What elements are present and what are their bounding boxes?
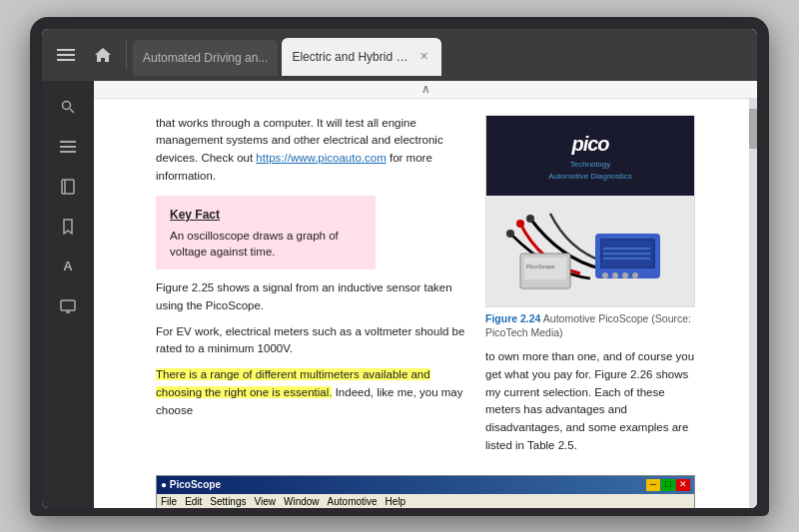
laptop-frame: Automated Driving an... Electric and Hyb…	[30, 17, 769, 516]
right-paragraph: to own more than one, and of course you …	[485, 348, 695, 455]
key-fact-title: Key Fact	[170, 206, 362, 224]
key-fact-box: Key Fact An oscilloscope draws a graph o…	[156, 196, 376, 269]
pico-logo: pico	[571, 129, 608, 159]
close-window-button[interactable]: ✕	[676, 479, 690, 491]
svg-rect-2	[60, 141, 76, 143]
svg-point-19	[602, 272, 608, 278]
sidebar-icon-display[interactable]	[50, 288, 86, 324]
document-two-col: that works through a computer. It will t…	[156, 115, 695, 463]
menu-settings[interactable]: Settings	[210, 494, 246, 508]
svg-rect-7	[61, 300, 75, 310]
screen: Automated Driving an... Electric and Hyb…	[42, 29, 757, 508]
product-svg: PicoScope	[500, 204, 680, 298]
svg-rect-3	[60, 146, 76, 148]
svg-rect-4	[60, 151, 76, 153]
pico-products-area: PicoScope	[486, 196, 694, 306]
minimize-button[interactable]: ─	[646, 479, 660, 491]
tab-automated-driving[interactable]: Automated Driving an...	[133, 40, 278, 76]
sidebar-icon-bookmark[interactable]	[50, 209, 86, 245]
svg-point-11	[526, 215, 534, 223]
multimeter-paragraph: There is a range of different multimeter…	[156, 366, 469, 419]
menu-button[interactable]	[50, 45, 82, 65]
pico-image: pico TechnologyAutomotive Diagnostics	[485, 115, 695, 307]
svg-point-0	[63, 101, 71, 109]
svg-point-12	[506, 230, 514, 238]
svg-point-21	[622, 272, 628, 278]
svg-text:PicoScope: PicoScope	[526, 264, 555, 269]
svg-point-10	[516, 220, 524, 228]
pico-tagline: TechnologyAutomotive Diagnostics	[548, 159, 632, 183]
maximize-button[interactable]: □	[661, 479, 675, 491]
menu-view[interactable]: View	[255, 494, 277, 508]
window-controls: ─ □ ✕	[646, 479, 690, 491]
picoscope-menubar: File Edit Settings View Window Automotiv…	[157, 494, 694, 508]
menu-help[interactable]: Help	[386, 494, 406, 508]
figure-paragraph: Figure 2.25 shows a signal from an induc…	[156, 279, 469, 315]
menu-edit[interactable]: Edit	[185, 494, 202, 508]
document-page: that works through a computer. It will t…	[136, 99, 715, 508]
tab-separator	[126, 40, 127, 70]
document-container[interactable]: that works through a computer. It will t…	[94, 99, 757, 508]
home-button[interactable]	[86, 43, 120, 67]
picoscope-titlebar: ● PicoScope ─ □ ✕	[157, 476, 694, 494]
scrollbar[interactable]	[749, 99, 757, 508]
menu-window[interactable]: Window	[284, 494, 320, 508]
pico-logo-area: pico TechnologyAutomotive Diagnostics	[486, 116, 694, 196]
picoscope-title: ● PicoScope	[161, 477, 221, 492]
menu-automotive[interactable]: Automotive	[328, 494, 378, 508]
tab-close-button[interactable]: ✕	[415, 49, 431, 65]
document-wrapper: ∧ that works through a computer. It will…	[94, 81, 757, 508]
sidebar-icon-list[interactable]	[50, 129, 86, 165]
svg-rect-5	[62, 180, 74, 194]
collapse-bar[interactable]: ∧	[94, 81, 757, 99]
browser-chrome: Automated Driving an... Electric and Hyb…	[42, 29, 757, 81]
svg-line-1	[70, 109, 74, 113]
svg-point-22	[632, 272, 638, 278]
key-fact-text: An oscilloscope draws a graph of voltage…	[170, 228, 362, 260]
sidebar-icon-search[interactable]	[50, 89, 86, 125]
ev-work-paragraph: For EV work, electrical meters such as a…	[156, 323, 469, 359]
right-column: pico TechnologyAutomotive Diagnostics	[485, 115, 695, 463]
collapse-arrow-icon[interactable]: ∧	[421, 82, 430, 96]
sidebar-icon-text[interactable]: A	[50, 249, 86, 284]
intro-paragraph: that works through a computer. It will t…	[156, 115, 469, 186]
picoscope-window: ● PicoScope ─ □ ✕ File Edit Settin	[156, 475, 695, 508]
sidebar-icon-book[interactable]	[50, 169, 86, 205]
picoauto-link[interactable]: https://www.picoauto.com	[256, 152, 386, 164]
figure-caption: Figure 2.24 Automotive PicoScope (Source…	[485, 311, 695, 340]
content-area: A ∧	[42, 81, 757, 508]
scrollbar-thumb[interactable]	[749, 109, 757, 149]
tab-electric-hybrid[interactable]: Electric and Hybrid Veh... ✕	[282, 38, 441, 76]
menu-file[interactable]: File	[161, 494, 177, 508]
svg-point-20	[612, 272, 618, 278]
left-column: that works through a computer. It will t…	[156, 115, 469, 463]
sidebar: A	[42, 81, 94, 508]
